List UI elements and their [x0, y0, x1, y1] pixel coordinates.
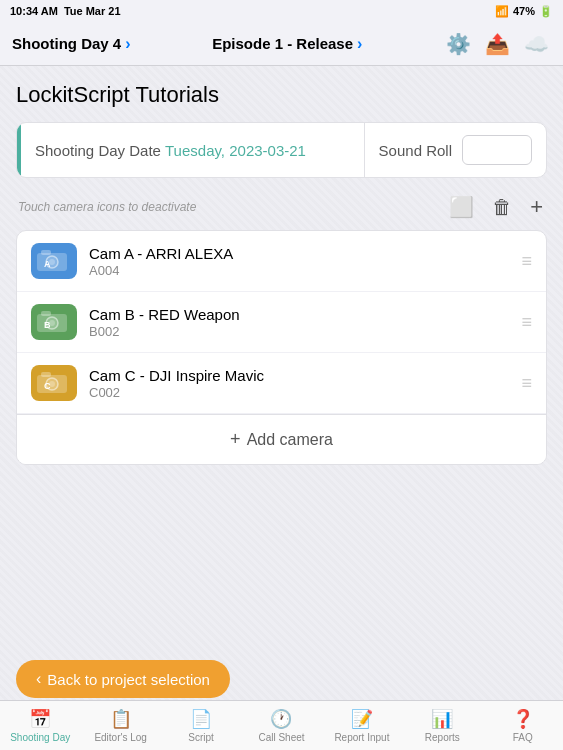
camera-hint: Touch camera icons to deactivate — [18, 200, 196, 214]
nav-bar: Shooting Day 4 › Episode 1 - Release › ⚙… — [0, 22, 563, 66]
status-left: 10:34 AM Tue Mar 21 — [10, 5, 121, 17]
back-btn-label: Back to project selection — [47, 671, 210, 688]
tab-bar: 📅 Shooting Day 📋 Editor's Log 📄 Script 🕐… — [0, 700, 563, 750]
sound-roll-input[interactable] — [462, 135, 532, 165]
shooting-day-tab-icon: 📅 — [29, 708, 51, 730]
report-input-tab-label: Report Input — [334, 732, 389, 743]
wifi-icon: 📶 — [495, 5, 509, 18]
cam-a-drag-handle[interactable]: ≡ — [521, 251, 532, 272]
status-time: 10:34 AM — [10, 5, 58, 17]
cam-c-roll: C002 — [89, 385, 521, 400]
script-tab-icon: 📄 — [190, 708, 212, 730]
camera-svg-c: C — [35, 369, 73, 397]
add-camera-button[interactable]: + Add camera — [17, 414, 546, 464]
shooting-day-card: Shooting Day Date Tuesday, 2023-03-21 So… — [16, 122, 547, 178]
script-tab-label: Script — [188, 732, 214, 743]
tab-call-sheet[interactable]: 🕐 Call Sheet — [241, 701, 321, 750]
cam-c-info: Cam C - DJI Inspire Mavic C002 — [89, 367, 521, 400]
cam-b-icon[interactable]: B — [31, 304, 77, 340]
svg-text:C: C — [44, 381, 51, 391]
nav-right: ⚙️ 📤 ☁️ — [444, 30, 551, 58]
editors-log-tab-label: Editor's Log — [94, 732, 147, 743]
episode-chevron-icon: › — [357, 35, 362, 53]
nav-left: Shooting Day 4 › — [12, 35, 131, 53]
svg-rect-11 — [41, 372, 51, 377]
shooting-day-inner: Shooting Day Date Tuesday, 2023-03-21 — [21, 123, 364, 177]
cam-b-name: Cam B - RED Weapon — [89, 306, 521, 323]
tab-editors-log[interactable]: 📋 Editor's Log — [80, 701, 160, 750]
main-content: LockitScript Tutorials Shooting Day Date… — [0, 66, 563, 465]
cloud-button[interactable]: ☁️ — [522, 30, 551, 58]
cam-c-drag-handle[interactable]: ≡ — [521, 373, 532, 394]
status-right: 📶 47% 🔋 — [495, 5, 553, 18]
cam-c-name: Cam C - DJI Inspire Mavic — [89, 367, 521, 384]
battery-level: 47% — [513, 5, 535, 17]
camera-list: A Cam A - ARRI ALEXA A004 ≡ B — [16, 230, 547, 465]
status-bar: 10:34 AM Tue Mar 21 📶 47% 🔋 — [0, 0, 563, 22]
add-button[interactable]: + — [528, 192, 545, 222]
share-button[interactable]: 📤 — [483, 30, 512, 58]
call-sheet-tab-label: Call Sheet — [258, 732, 304, 743]
episode-nav[interactable]: Episode 1 - Release › — [212, 35, 362, 53]
toolbar-actions: ⬜ 🗑 + — [447, 192, 545, 222]
table-row[interactable]: C Cam C - DJI Inspire Mavic C002 ≡ — [17, 353, 546, 414]
shooting-day-date-value: Tuesday, 2023-03-21 — [165, 142, 350, 159]
battery-icon: 🔋 — [539, 5, 553, 18]
faq-tab-icon: ❓ — [512, 708, 534, 730]
tab-report-input[interactable]: 📝 Report Input — [322, 701, 402, 750]
tab-reports[interactable]: 📊 Reports — [402, 701, 482, 750]
tab-faq[interactable]: ❓ FAQ — [483, 701, 563, 750]
cam-c-icon[interactable]: C — [31, 365, 77, 401]
camera-svg-a: A — [35, 247, 73, 275]
settings-button[interactable]: ⚙️ — [444, 30, 473, 58]
cam-a-name: Cam A - ARRI ALEXA — [89, 245, 521, 262]
status-day: Tue Mar 21 — [64, 5, 121, 17]
svg-rect-1 — [41, 250, 51, 255]
cam-b-info: Cam B - RED Weapon B002 — [89, 306, 521, 339]
cam-a-info: Cam A - ARRI ALEXA A004 — [89, 245, 521, 278]
cam-a-roll: A004 — [89, 263, 521, 278]
cam-a-icon[interactable]: A — [31, 243, 77, 279]
sound-roll-section: Sound Roll — [364, 123, 546, 177]
page-title: LockitScript Tutorials — [16, 82, 547, 108]
camera-svg-b: B — [35, 308, 73, 336]
editors-log-tab-icon: 📋 — [110, 708, 132, 730]
table-row[interactable]: B Cam B - RED Weapon B002 ≡ — [17, 292, 546, 353]
episode-nav-label: Episode 1 - Release — [212, 35, 353, 52]
back-to-project-button[interactable]: ‹ Back to project selection — [16, 660, 230, 698]
cam-b-roll: B002 — [89, 324, 521, 339]
shooting-day-tab-label: Shooting Day — [10, 732, 70, 743]
report-input-tab-icon: 📝 — [351, 708, 373, 730]
svg-text:B: B — [44, 320, 51, 330]
reports-tab-icon: 📊 — [431, 708, 453, 730]
delete-button[interactable]: 🗑 — [490, 194, 514, 221]
shooting-day-nav[interactable]: Shooting Day 4 › — [12, 35, 131, 53]
add-camera-plus-icon: + — [230, 429, 241, 450]
shooting-day-chevron-icon: › — [125, 35, 130, 53]
svg-text:A: A — [44, 259, 51, 269]
shooting-day-date-label: Shooting Day Date — [35, 142, 165, 159]
back-chevron-icon: ‹ — [36, 670, 41, 688]
shooting-day-nav-label: Shooting Day 4 — [12, 35, 121, 52]
tab-script[interactable]: 📄 Script — [161, 701, 241, 750]
cam-b-drag-handle[interactable]: ≡ — [521, 312, 532, 333]
call-sheet-tab-icon: 🕐 — [270, 708, 292, 730]
sound-roll-label: Sound Roll — [379, 142, 452, 159]
reports-tab-label: Reports — [425, 732, 460, 743]
table-row[interactable]: A Cam A - ARRI ALEXA A004 ≡ — [17, 231, 546, 292]
svg-rect-6 — [41, 311, 51, 316]
tab-shooting-day[interactable]: 📅 Shooting Day — [0, 701, 80, 750]
add-camera-label: Add camera — [247, 431, 333, 449]
faq-tab-label: FAQ — [513, 732, 533, 743]
copy-button[interactable]: ⬜ — [447, 193, 476, 221]
camera-toolbar: Touch camera icons to deactivate ⬜ 🗑 + — [16, 192, 547, 222]
back-btn-wrapper: ‹ Back to project selection — [16, 660, 230, 698]
